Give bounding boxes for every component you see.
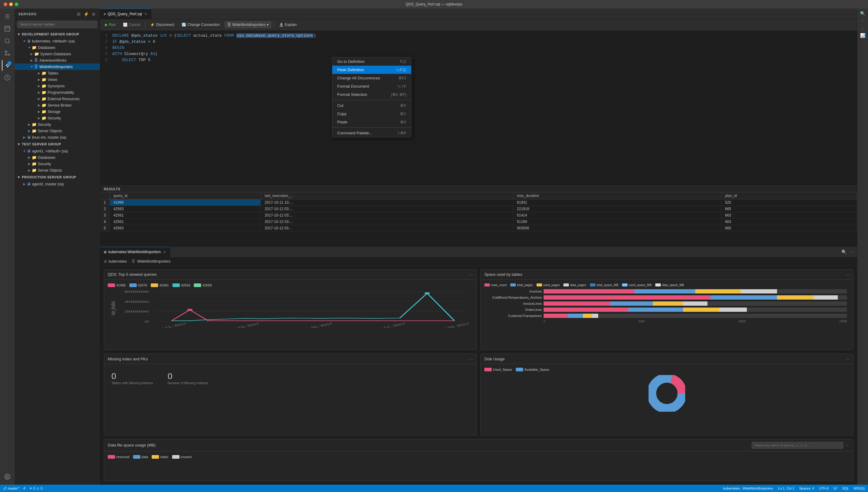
missing-index-more[interactable]: ··· bbox=[469, 356, 473, 361]
breadcrumb-icon: ⊞ bbox=[104, 259, 107, 264]
change-all-occurrences-menu-item[interactable]: Change All Occurrences ⌘F2 bbox=[332, 74, 411, 82]
svg-point-4 bbox=[5, 54, 7, 55]
explain-button[interactable]: 🔬 Explain bbox=[277, 22, 299, 28]
minimize-button[interactable] bbox=[9, 2, 13, 6]
tab-close-icon[interactable]: ✕ bbox=[144, 11, 148, 16]
tab-dashboard[interactable]: ⊞ kubernetes:WideWorldImporters ✕ bbox=[100, 247, 170, 257]
run-button[interactable]: ▶ Run bbox=[103, 22, 118, 28]
cancel-button[interactable]: ⬜ Cancel bbox=[121, 22, 142, 28]
connect-icon[interactable]: ⚡ bbox=[83, 11, 89, 17]
svg-text:Oct 17, 2017: Oct 17, 2017 bbox=[372, 322, 407, 328]
security-db-item[interactable]: ▶ 📁 Security bbox=[15, 115, 100, 121]
qds-card-body: 41996 42076 42401 42563 42569 bbox=[104, 280, 476, 331]
errors-status[interactable]: ✕ 0 ⚠ 0 bbox=[29, 487, 43, 490]
copy-menu-item[interactable]: Copy ⌘C bbox=[332, 109, 411, 118]
table-row[interactable]: 5 42563 2017-10-12 03... 563056 665 bbox=[100, 225, 857, 231]
legend-rows-count: rows_count bbox=[484, 284, 507, 287]
code-editor[interactable]: 1 DECLARE @qds_status int = (SELECT actu… bbox=[100, 30, 857, 186]
data-file-search-input[interactable] bbox=[752, 442, 843, 449]
format-selection-menu-item[interactable]: Format Selection [⌘K ⌘F] bbox=[332, 91, 411, 99]
goto-definition-menu-item[interactable]: Go to Definition F12 bbox=[332, 57, 411, 66]
system-databases-item[interactable]: ▶ 📁 System Databases bbox=[15, 51, 100, 57]
programmability-item[interactable]: ▶ 📁 Programmability bbox=[15, 89, 100, 96]
space-more-button[interactable]: ··· bbox=[846, 272, 849, 277]
bar-chart-icon[interactable]: 📊 bbox=[860, 33, 865, 38]
upload-icon[interactable]: ↑ bbox=[862, 18, 864, 23]
format-document-menu-item[interactable]: Format Document ⌥⇧F bbox=[332, 82, 411, 91]
search-server-input[interactable] bbox=[17, 21, 97, 28]
legend-index: index bbox=[152, 455, 168, 459]
explorer-icon[interactable] bbox=[2, 23, 13, 34]
prod-server-group-header[interactable]: ▼ Production Server Group bbox=[15, 173, 100, 181]
tables-missing-label: Tables with Missing Indexes bbox=[111, 381, 153, 385]
peek-definition-menu-item[interactable]: Peek Definition ⌥F12 bbox=[332, 66, 411, 74]
service-broker-item[interactable]: ▶ 📁 Service Broker bbox=[15, 102, 100, 108]
agent1-security-item[interactable]: ▶ 📁 Security bbox=[15, 161, 100, 167]
agent1-server-objects-item[interactable]: ▶ 📁 Server Objects bbox=[15, 167, 100, 173]
history-icon[interactable] bbox=[2, 72, 13, 83]
databases-folder[interactable]: ▼ 📁 Databases bbox=[15, 44, 100, 51]
number-missing-label: Number of Missing Indexes bbox=[167, 381, 208, 385]
download-icon[interactable]: ↓ bbox=[862, 26, 864, 30]
git-icon[interactable] bbox=[2, 48, 13, 59]
folder-icon: 📁 bbox=[32, 162, 36, 166]
table-row[interactable]: 4 42561 2017-10-12 03:... 51169 663 bbox=[100, 218, 857, 225]
linux-vm-server-item[interactable]: ▶ 🖥 linux-vm, master (sa) bbox=[15, 134, 100, 141]
folder-icon: 📁 bbox=[42, 109, 46, 114]
qds-more-button[interactable]: ··· bbox=[469, 272, 473, 277]
menu-icon[interactable]: ☰ bbox=[2, 11, 13, 22]
play-icon: ▶ bbox=[105, 23, 108, 27]
search-icon[interactable]: 🔍 bbox=[860, 11, 865, 16]
synonyms-item[interactable]: ▶ 📁 Synonyms bbox=[15, 83, 100, 89]
tables-item[interactable]: ▶ 📁 Tables bbox=[15, 70, 100, 76]
close-button[interactable] bbox=[4, 2, 7, 6]
views-item[interactable]: ▶ 📁 Views bbox=[15, 76, 100, 83]
more-icon[interactable]: ··· bbox=[850, 249, 854, 255]
cut-menu-item[interactable]: Cut ⌘X bbox=[332, 101, 411, 109]
server-icon: 🖥 bbox=[27, 149, 31, 153]
server-objects-item[interactable]: ▶ 📁 Server Objects bbox=[15, 128, 100, 134]
tab-sql-file[interactable]: ≡ QDS_Query_Perf.sql ✕ bbox=[100, 8, 151, 19]
data-file-more-button[interactable]: ··· bbox=[846, 443, 849, 448]
db-icon: 🗄 bbox=[34, 65, 38, 69]
table-row[interactable]: 2 42563 2017-10-12 03:... 221918 665 bbox=[100, 205, 857, 212]
cell-query-id: 42563 bbox=[110, 205, 261, 212]
test-server-group-header[interactable]: ▼ Test Server Group bbox=[15, 141, 100, 148]
breadcrumb-server[interactable]: kubernetes bbox=[109, 259, 127, 264]
source-control-icon[interactable]: 1 bbox=[2, 60, 13, 71]
kubernetes-server-item[interactable]: ▼ 🖥 kubernetes, <default> (sa) bbox=[15, 38, 100, 44]
breadcrumb-db[interactable]: WideWorldImporters bbox=[137, 259, 170, 264]
disk-more-button[interactable]: ··· bbox=[846, 356, 849, 361]
search-activity-icon[interactable] bbox=[2, 35, 13, 46]
agent2-server-item[interactable]: ▶ 🖥 agent2, master (sa) bbox=[15, 181, 100, 187]
search-icon[interactable]: 🔍 bbox=[841, 249, 847, 255]
settings-icon[interactable] bbox=[2, 471, 13, 482]
error-count: 0 bbox=[33, 487, 35, 490]
new-connection-icon[interactable]: ⊞ bbox=[76, 11, 81, 17]
command-palette-menu-item[interactable]: Command Palette... ⇧⌘P bbox=[332, 129, 411, 137]
git-branch-status[interactable]: ⎇ master* bbox=[2, 487, 19, 490]
agent1-server-item[interactable]: ▼ 🖥 agent1, <default> (sa) bbox=[15, 148, 100, 154]
connection-dropdown[interactable]: 🗄 WideWorldImporters ▾ bbox=[225, 21, 271, 28]
change-connection-button[interactable]: 🔄 Change Connection bbox=[179, 22, 222, 28]
adventureworks-item[interactable]: ▶ 🗄 AdventureWorks bbox=[15, 57, 100, 64]
sync-status[interactable]: ↺ bbox=[23, 487, 26, 490]
table-row[interactable]: 1 41996 2017-10-11 10:... 61931 525 bbox=[100, 199, 857, 205]
maximize-button[interactable] bbox=[15, 2, 18, 6]
security-server-item[interactable]: ▶ 📁 Security bbox=[15, 121, 100, 128]
wideworldimporters-item[interactable]: ▼ 🗄 WideWorldImporters bbox=[15, 64, 100, 70]
paste-label: Paste bbox=[337, 120, 347, 124]
connection-name: WideWorldImporters bbox=[232, 23, 265, 27]
disconnect-all-icon[interactable]: ⊗ bbox=[91, 11, 96, 17]
tables-missing-num: 0 bbox=[111, 371, 153, 381]
dashboard-tab-close[interactable]: ✕ bbox=[163, 250, 166, 254]
external-resources-item[interactable]: ▶ 📁 External Resources bbox=[15, 96, 100, 102]
storage-item[interactable]: ▶ 📁 Storage bbox=[15, 108, 100, 115]
agent1-databases-item[interactable]: ▶ 📁 Databases bbox=[15, 154, 100, 161]
dev-server-group-header[interactable]: ▼ Development Server Group bbox=[15, 30, 100, 38]
disconnect-button[interactable]: ⚡ Disconnect bbox=[148, 22, 177, 28]
cell-max-dur: 221918 bbox=[513, 205, 721, 212]
table-row[interactable]: 3 42561 2017-10-12 03:... 61414 663 bbox=[100, 212, 857, 218]
space-by-table-card: Space used by tables ··· rows_count tota… bbox=[480, 269, 853, 350]
paste-menu-item[interactable]: Paste ⌘V bbox=[332, 118, 411, 126]
